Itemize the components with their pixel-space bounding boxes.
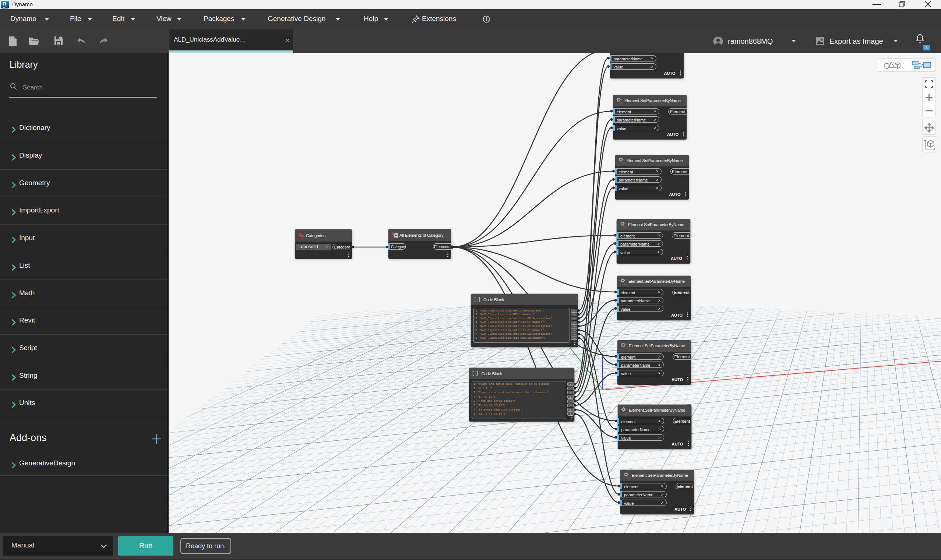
- svg-text:12.3: 12.3: [622, 162, 626, 164]
- svg-text:R: R: [3, 2, 6, 7]
- svg-text:12.3: 12.3: [624, 412, 629, 414]
- svg-text:12.3: 12.3: [627, 477, 631, 479]
- svg-text:RVT: RVT: [3, 6, 7, 8]
- svg-text:12.3: 12.3: [623, 226, 627, 228]
- svg-text:12.3: 12.3: [624, 283, 628, 285]
- svg-text:12.3: 12.3: [620, 102, 624, 104]
- svg-text:12.3: 12.3: [624, 347, 628, 349]
